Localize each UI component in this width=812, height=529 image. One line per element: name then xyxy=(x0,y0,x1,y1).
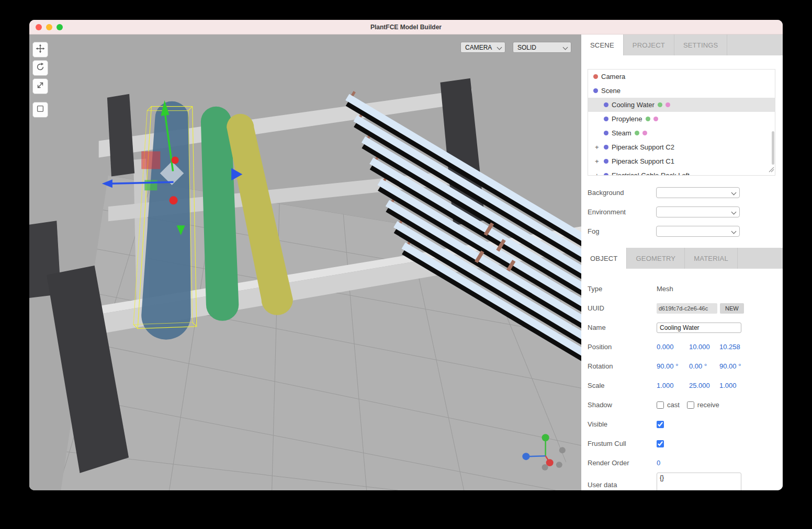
visible-label: Visible xyxy=(588,420,657,428)
outliner-label: Propylene xyxy=(612,115,642,123)
material-dot-icon xyxy=(666,102,670,107)
tab-scene[interactable]: SCENE xyxy=(581,34,624,55)
outliner-item-electrical-cable-rack[interactable]: + Electrical Cable Rack Left xyxy=(588,168,775,176)
expand-plus-icon[interactable]: + xyxy=(595,143,601,151)
outliner-label: Electrical Cable Rack Left xyxy=(612,171,690,176)
scale-z-field[interactable]: 1.000 xyxy=(719,382,737,389)
outliner-label: Camera xyxy=(601,73,625,80)
outliner-item-scene[interactable]: Scene xyxy=(588,84,775,98)
rotate-icon xyxy=(36,62,45,74)
outliner-label: Cooling Water xyxy=(612,101,655,109)
shadow-receive-label: receive xyxy=(697,401,719,409)
expand-plus-icon[interactable]: + xyxy=(595,171,601,176)
position-z-field[interactable]: 10.258 xyxy=(719,343,740,351)
geometry-dot-icon xyxy=(646,117,650,121)
scale-icon xyxy=(36,80,45,92)
outliner-item-piperack-support-c2[interactable]: + Piperack Support C2 xyxy=(588,140,775,154)
scale-y-field[interactable]: 25.000 xyxy=(689,382,719,389)
chevron-down-icon xyxy=(731,190,737,196)
type-value: Mesh xyxy=(657,285,673,293)
object-dot-icon xyxy=(593,88,598,93)
rotate-tool-button[interactable] xyxy=(32,60,48,76)
uuid-label: UUID xyxy=(588,304,657,312)
object-dot-icon xyxy=(604,173,608,176)
position-y-field[interactable]: 10.000 xyxy=(689,343,719,351)
outliner-label: Piperack Support C1 xyxy=(612,157,674,165)
scene-outliner[interactable]: Camera Scene Cooling Water Propylene xyxy=(588,69,775,176)
shadow-receive-checkbox[interactable] xyxy=(687,401,694,409)
outliner-label: Steam xyxy=(612,129,631,137)
marquee-select-icon xyxy=(36,104,45,116)
chevron-down-icon xyxy=(563,45,568,50)
outliner-item-piperack-support-c1[interactable]: + Piperack Support C1 xyxy=(588,154,775,168)
rotation-z-field[interactable]: 90.00 ° xyxy=(719,362,741,370)
translate-tool-button[interactable] xyxy=(32,42,48,58)
outliner-item-cooling-water[interactable]: Cooling Water xyxy=(588,98,775,112)
tab-settings[interactable]: SETTINGS xyxy=(674,34,728,55)
object-tabs: OBJECT GEOMETRY MATERIAL xyxy=(581,248,783,269)
fog-label: Fog xyxy=(588,227,656,235)
frustum-cull-checkbox[interactable] xyxy=(657,440,664,447)
tab-project[interactable]: PROJECT xyxy=(624,34,674,55)
expand-plus-icon[interactable]: + xyxy=(595,157,601,165)
scene-canvas[interactable] xyxy=(29,34,581,490)
rotation-x-field[interactable]: 90.00 ° xyxy=(657,362,689,370)
main-tabs: SCENE PROJECT SETTINGS xyxy=(581,34,783,55)
uuid-new-button[interactable]: NEW xyxy=(720,303,744,314)
sidebar-panel: SCENE PROJECT SETTINGS Camera Scene Cool… xyxy=(581,34,783,490)
rotation-label: Rotation xyxy=(588,362,657,370)
scale-x-field[interactable]: 1.000 xyxy=(657,382,689,389)
app-window: PlantFCE Model Builder xyxy=(29,20,783,490)
type-label: Type xyxy=(588,285,657,293)
rotation-y-field[interactable]: 0.00 ° xyxy=(689,362,719,370)
material-dot-icon xyxy=(653,117,658,121)
fog-select[interactable] xyxy=(656,226,740,237)
shading-mode-value: SOLID xyxy=(517,44,536,51)
shadow-cast-checkbox[interactable] xyxy=(657,401,664,409)
shadow-cast-label: cast xyxy=(667,401,680,409)
shading-mode-select[interactable]: SOLID xyxy=(513,42,571,53)
outliner-item-camera[interactable]: Camera xyxy=(588,70,775,84)
environment-select[interactable] xyxy=(656,206,740,217)
render-order-field[interactable]: 0 xyxy=(657,459,689,467)
minimize-window-button[interactable] xyxy=(46,24,52,30)
position-x-field[interactable]: 0.000 xyxy=(657,343,689,351)
uuid-value: d619fc7d-c2e6-46c xyxy=(657,303,717,314)
outliner-label: Scene xyxy=(601,87,621,95)
tab-material[interactable]: MATERIAL xyxy=(685,248,738,269)
resize-grip-icon[interactable] xyxy=(769,165,774,175)
chevron-down-icon xyxy=(731,210,737,215)
chevron-down-icon xyxy=(731,229,737,234)
geometry-dot-icon xyxy=(635,131,639,135)
outliner-item-propylene[interactable]: Propylene xyxy=(588,112,775,126)
background-select[interactable] xyxy=(656,187,740,198)
traffic-lights xyxy=(36,20,63,34)
outliner-scrollbar[interactable] xyxy=(772,131,774,165)
object-properties: Type Mesh UUID d619fc7d-c2e6-46c NEW Nam… xyxy=(581,269,783,490)
chevron-down-icon xyxy=(497,45,502,50)
scene-environment-settings: Background Environment Fog xyxy=(581,183,783,241)
object-dot-icon xyxy=(604,159,608,164)
viewport-3d[interactable]: CAMERA SOLID xyxy=(29,34,581,490)
name-input[interactable] xyxy=(657,323,741,333)
camera-mode-select[interactable]: CAMERA xyxy=(460,42,505,53)
viewport-toolbar xyxy=(32,42,48,120)
tab-object[interactable]: OBJECT xyxy=(581,248,627,269)
name-label: Name xyxy=(588,324,657,331)
user-data-textarea[interactable]: {} xyxy=(657,473,741,490)
translate-icon xyxy=(36,44,45,55)
shadow-label: Shadow xyxy=(588,401,657,409)
tab-geometry[interactable]: GEOMETRY xyxy=(627,248,685,269)
marquee-select-tool-button[interactable] xyxy=(32,102,48,118)
window-title: PlantFCE Model Builder xyxy=(29,24,783,31)
zoom-window-button[interactable] xyxy=(57,24,63,30)
visible-checkbox[interactable] xyxy=(657,421,664,428)
object-dot-icon xyxy=(604,145,608,150)
background-label: Background xyxy=(588,189,656,197)
scale-label: Scale xyxy=(588,382,657,389)
object-dot-icon xyxy=(604,117,608,121)
scale-tool-button[interactable] xyxy=(32,78,48,94)
geometry-dot-icon xyxy=(658,102,662,107)
close-window-button[interactable] xyxy=(36,24,42,30)
outliner-item-steam[interactable]: Steam xyxy=(588,126,775,140)
